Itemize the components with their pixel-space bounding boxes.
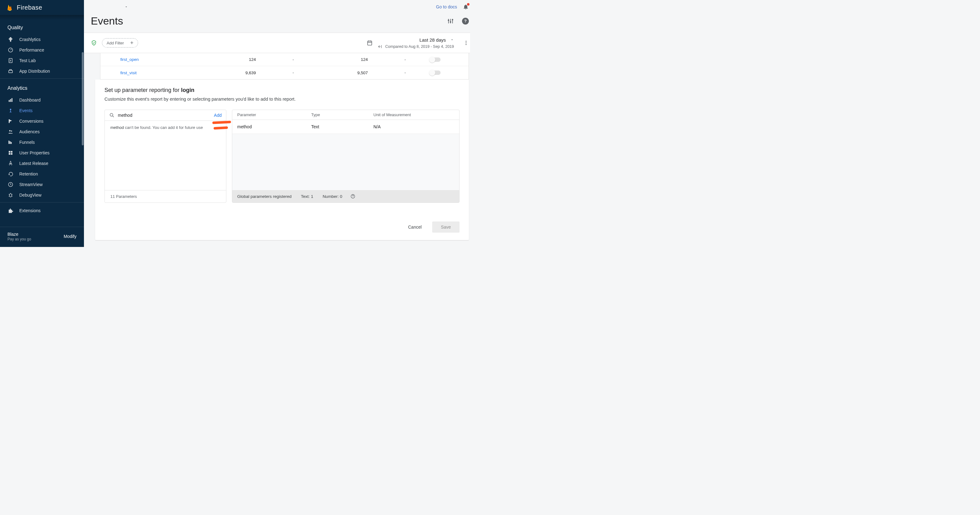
table-row: first_visit 9,639 - 9,507 - [100, 66, 469, 79]
svg-rect-15 [11, 153, 13, 155]
settings-button[interactable] [447, 18, 454, 25]
sidebar-item-label: Events [19, 108, 33, 113]
sidebar-footer: Blaze Pay as you go Modify [0, 227, 84, 247]
modify-button[interactable]: Modify [64, 234, 76, 239]
sidebar-item-label: Performance [19, 48, 44, 52]
caret-down-icon [124, 5, 128, 9]
conversions-icon [8, 118, 14, 124]
sidebar-item-dashboard[interactable]: Dashboard [0, 95, 84, 105]
table-header: Parameter Type Unit of Measurement [232, 110, 459, 120]
svg-rect-21 [368, 41, 372, 45]
sidebar-scrollbar[interactable] [82, 52, 84, 145]
firebase-logo-icon [6, 4, 14, 11]
sidebar-item-audiences[interactable]: Audiences [0, 127, 84, 137]
sidebar-item-userprops[interactable]: User Properties [0, 147, 84, 158]
svg-rect-5 [11, 98, 13, 102]
event-link[interactable]: first_visit [100, 71, 206, 75]
performance-icon [8, 47, 14, 53]
notifications-button[interactable] [463, 4, 469, 10]
event-toggle[interactable] [430, 71, 441, 75]
crashlytics-icon [8, 36, 14, 42]
sidebar-item-crashlytics[interactable]: Crashlytics [0, 34, 84, 45]
dashboard-icon [8, 97, 14, 103]
date-range-label: Last 28 days [419, 37, 446, 43]
date-range-selector[interactable]: Last 28 days [419, 37, 454, 43]
parameter-search-box: Add method can't be found. You can add i… [105, 109, 226, 203]
event-link[interactable]: first_open [100, 57, 206, 62]
debug-icon [8, 192, 14, 198]
compare-label: Compared to Aug 8, 2019 - Sep 4, 2019 [385, 44, 454, 49]
caret-down-icon [450, 38, 454, 42]
sidebar-item-events[interactable]: Events [0, 105, 84, 116]
sidebar-item-label: Latest Release [19, 161, 48, 166]
project-dropdown[interactable] [110, 2, 128, 11]
appdist-icon [8, 68, 14, 74]
sidebar-item-appdist[interactable]: App Distribution [0, 66, 84, 76]
section-quality[interactable]: Quality [0, 20, 84, 34]
svg-point-20 [452, 19, 453, 21]
search-footer: 11 Parameters [105, 190, 226, 203]
add-filter-label: Add Filter [107, 41, 124, 45]
param-unit: N/A [374, 124, 454, 129]
svg-point-25 [110, 113, 113, 116]
registered-label: Global parameters registered [237, 194, 292, 199]
save-button[interactable]: Save [432, 222, 460, 233]
sidebar-item-testlab[interactable]: Test Lab [0, 55, 84, 66]
event-toggle[interactable] [430, 57, 441, 62]
sidebar-item-label: User Properties [19, 151, 49, 155]
svg-rect-14 [9, 153, 10, 155]
parameter-search-input[interactable] [118, 113, 211, 118]
event-count: 9,639 [206, 71, 268, 75]
sidebar-item-extensions[interactable]: Extensions [0, 204, 84, 217]
section-analytics[interactable]: Analytics [0, 81, 84, 95]
sidebar-item-latest[interactable]: Latest Release [0, 158, 84, 169]
sidebar-item-label: DebugView [19, 193, 41, 198]
svg-point-17 [10, 194, 12, 197]
calendar-icon [367, 40, 373, 46]
filterbar: Add Filter + Last 28 days Compared to Au… [84, 33, 470, 53]
sidebar-item-performance[interactable]: Performance [0, 45, 84, 55]
testlab-icon [8, 58, 14, 63]
sidebar-item-funnels[interactable]: Funnels [0, 137, 84, 147]
event-count: 124 [206, 57, 268, 62]
go-to-docs-link[interactable]: Go to docs [436, 4, 457, 10]
table-row: first_open 124 - 124 - [100, 53, 469, 66]
sidebar-item-label: Audiences [19, 129, 40, 134]
notification-dot [467, 3, 469, 6]
col-type: Type [311, 113, 374, 117]
help-button[interactable]: ? [462, 18, 469, 25]
shield-icon [91, 40, 97, 46]
sidebar-item-label: Conversions [19, 119, 43, 124]
sidebar-item-conversions[interactable]: Conversions [0, 116, 84, 127]
event-users: 124 [318, 57, 380, 62]
svg-rect-4 [10, 99, 11, 102]
sidebar-item-streamview[interactable]: StreamView [0, 179, 84, 190]
sidebar-item-label: StreamView [19, 182, 43, 187]
sidebar-item-retention[interactable]: Retention [0, 169, 84, 179]
event-users: 9,507 [318, 71, 380, 75]
cancel-button[interactable]: Cancel [402, 222, 428, 233]
compare-range: Compared to Aug 8, 2019 - Sep 4, 2019 [378, 43, 454, 49]
overflow-menu-button[interactable] [463, 40, 469, 46]
help-icon[interactable] [350, 194, 355, 199]
sidebar-item-label: Retention [19, 171, 38, 176]
add-parameter-button[interactable]: Add [214, 113, 222, 118]
event-delta2: - [380, 70, 430, 75]
svg-point-22 [466, 41, 467, 42]
annotation-marker [212, 120, 231, 124]
add-filter-button[interactable]: Add Filter + [102, 38, 138, 48]
svg-rect-10 [10, 141, 11, 144]
search-icon [109, 113, 115, 118]
brand-label: Firebase [17, 4, 42, 11]
release-icon [8, 161, 14, 166]
sidebar-item-label: Crashlytics [19, 37, 40, 42]
extensions-icon [8, 208, 14, 213]
sidebar-item-debugview[interactable]: DebugView [0, 190, 84, 200]
table-row: method Text N/A [232, 120, 459, 134]
audiences-icon [8, 129, 14, 135]
sidebar-item-label: Dashboard [19, 98, 41, 103]
svg-point-7 [10, 130, 11, 132]
event-delta2: - [380, 57, 430, 62]
svg-rect-2 [9, 71, 13, 73]
svg-point-18 [448, 19, 449, 21]
